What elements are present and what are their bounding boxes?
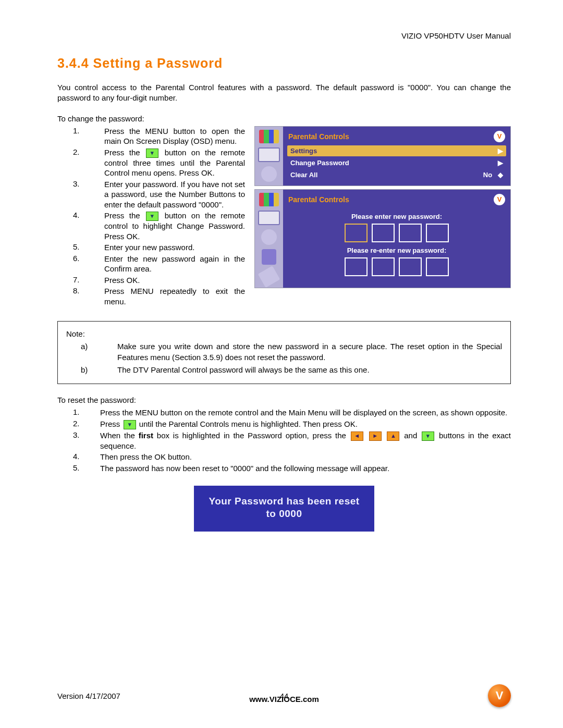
intro-paragraph: You control access to the Parental Contr…	[57, 82, 511, 104]
step-number: 1.	[57, 408, 100, 418]
step-number: 3.	[57, 430, 100, 451]
osd-title: Parental Controls	[288, 132, 349, 141]
osd-title: Parental Controls	[288, 195, 349, 204]
password-digit[interactable]	[399, 224, 422, 242]
step-text: Enter your password. If you have not set…	[104, 179, 245, 210]
note-label: a)	[66, 341, 117, 363]
password-digit[interactable]	[399, 257, 422, 276]
change-password-label: To change the password:	[57, 114, 511, 123]
reset-steps: 1.Press the MENU button on the remote co…	[57, 408, 511, 473]
note-title: Note:	[66, 329, 502, 339]
osd-column: Parental Controls V Settings▶ Change Pas…	[254, 126, 511, 288]
remote-down-icon: ▾	[124, 420, 136, 429]
step-text: Enter your new password.	[104, 242, 245, 253]
password-digit[interactable]	[372, 257, 395, 276]
note-text: Make sure you write down and store the n…	[117, 341, 502, 363]
reenter-password-prompt: Please re-enter new password:	[287, 246, 506, 254]
step-number: 2.	[57, 419, 100, 429]
password-digit[interactable]	[372, 224, 395, 242]
step-text: The password has now been reset to "0000…	[100, 463, 511, 474]
confirm-password-boxes[interactable]	[287, 257, 506, 276]
setup-icon	[258, 266, 280, 288]
step-number: 5.	[57, 463, 100, 474]
step-number: 7.	[57, 275, 104, 286]
tv-icon	[258, 147, 280, 162]
picture-icon	[259, 193, 279, 206]
remote-right-icon: ►	[369, 431, 382, 441]
remote-left-icon: ◄	[351, 431, 363, 441]
step-text: When the first box is highlighted in the…	[100, 430, 511, 451]
step-number: 4.	[57, 211, 104, 241]
osd-sidebar	[255, 190, 283, 288]
step-number: 8.	[57, 286, 104, 306]
audio-icon	[261, 166, 277, 182]
remote-up-icon: ▲	[387, 431, 399, 441]
step-text: Press OK.	[104, 275, 245, 286]
osd-sidebar	[255, 127, 283, 186]
note-label: b)	[66, 365, 117, 375]
password-digit[interactable]	[426, 224, 449, 242]
remote-down-icon: ▾	[422, 431, 434, 441]
osd-row-clear-all[interactable]: Clear AllNo ◆	[287, 169, 506, 180]
audio-icon	[261, 229, 277, 245]
reset-password-label: To reset the password:	[57, 396, 511, 404]
section-heading: 3.4.4 Setting a Password	[57, 56, 511, 71]
password-boxes[interactable]	[287, 224, 506, 242]
lock-icon	[262, 249, 276, 265]
step-number: 6.	[57, 254, 104, 274]
chevron-right-icon: ▶	[498, 147, 503, 155]
step-text: Press the ▾ button on the remote control…	[104, 147, 245, 178]
step-text: Press ▾ until the Parental Controls menu…	[100, 419, 511, 429]
step-number: 4.	[57, 452, 100, 462]
steps-column: 1.Press the MENU button to open the main…	[57, 126, 245, 308]
remote-down-icon: ▾	[146, 149, 158, 158]
step-number: 1.	[57, 126, 104, 146]
vizio-badge-icon: V	[494, 131, 505, 142]
footer: Version 4/17/2007 44 www.VIZIOCE.com V	[57, 684, 511, 707]
step-text: Press MENU repeatedly to exit the menu.	[104, 286, 245, 306]
step-text: Press the MENU button on the remote cont…	[100, 408, 511, 418]
step-text: Enter the new password again in the Conf…	[104, 254, 245, 274]
step-number: 3.	[57, 179, 104, 210]
chevron-right-icon: ▶	[498, 159, 503, 167]
reset-confirmation-banner: Your Password has been reset to 0000	[194, 486, 374, 532]
vizio-badge-icon: V	[494, 194, 505, 205]
osd-panel-2: Parental Controls V Please enter new pas…	[254, 189, 511, 288]
picture-icon	[259, 130, 279, 143]
page: VIZIO VP50HDTV User Manual 3.4.4 Setting…	[0, 0, 563, 728]
note-box: Note: a)Make sure you write down and sto…	[57, 321, 511, 384]
step-text: Press the MENU button to open the main O…	[104, 126, 245, 146]
two-column-region: 1.Press the MENU button to open the main…	[57, 126, 511, 308]
step-text: Press the ▾ button on the remote control…	[104, 211, 245, 241]
password-digit[interactable]	[345, 224, 368, 242]
osd-value: No ◆	[483, 171, 503, 179]
osd-row-settings[interactable]: Settings▶	[287, 145, 506, 156]
osd-panel-1: Parental Controls V Settings▶ Change Pas…	[254, 126, 511, 186]
step-text: Then press the OK button.	[100, 452, 511, 462]
password-digit[interactable]	[345, 257, 368, 276]
password-digit[interactable]	[426, 257, 449, 276]
header-product: VIZIO VP50HDTV User Manual	[57, 31, 511, 40]
footer-url: www.VIZIOCE.com	[57, 695, 511, 704]
note-text: The DTV Parental Control password will a…	[117, 365, 370, 375]
step-number: 5.	[57, 242, 104, 253]
osd-row-change-password[interactable]: Change Password▶	[287, 157, 506, 168]
enter-password-prompt: Please enter new password:	[287, 213, 506, 220]
tv-icon	[258, 211, 280, 225]
step-number: 2.	[57, 147, 104, 178]
remote-down-icon: ▾	[146, 212, 158, 221]
